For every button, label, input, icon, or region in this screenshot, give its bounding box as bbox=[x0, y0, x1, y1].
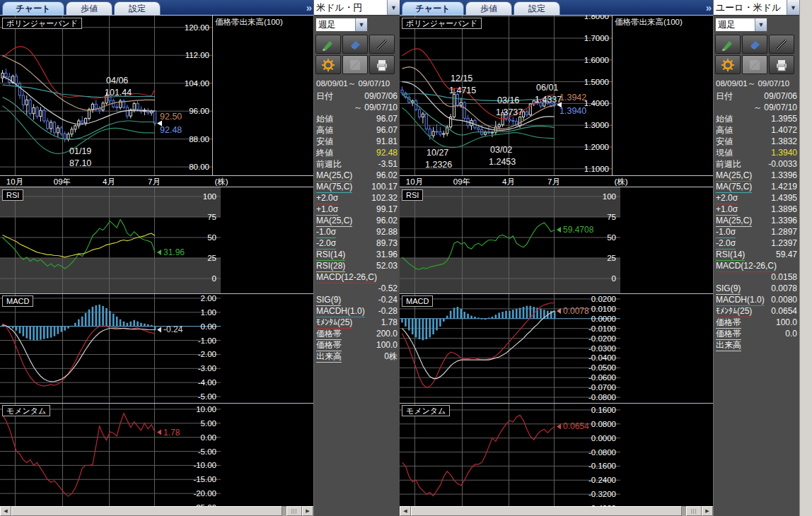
stat-label[interactable]: ﾓﾒﾝﾀﾑ(25) bbox=[316, 317, 352, 329]
y-axis-label: 50 bbox=[607, 233, 616, 242]
settings-button[interactable] bbox=[715, 55, 741, 74]
currency-pair-value: 米ドル・円 bbox=[314, 1, 387, 14]
pane-title: MACD bbox=[402, 295, 433, 307]
stat-label[interactable]: -1.0σ bbox=[716, 227, 736, 238]
stat-row: MA(25,C)96.02 bbox=[314, 170, 400, 182]
tab-settings[interactable]: 設定 bbox=[514, 1, 560, 15]
blank-icon bbox=[748, 58, 762, 72]
stat-label[interactable]: +1.0σ bbox=[716, 204, 738, 216]
scroll-left-button[interactable]: ◀ bbox=[400, 506, 411, 516]
stat-label[interactable]: MACDH(1.0) bbox=[316, 306, 365, 317]
stat-label[interactable]: RSI(14) bbox=[716, 250, 745, 261]
stat-label[interactable]: +2.0σ bbox=[716, 193, 738, 204]
stat-label[interactable]: 出来高 bbox=[716, 340, 741, 351]
stat-value: 100.0 bbox=[776, 317, 797, 328]
stat-row: MACDH(1.0)0.0080 bbox=[714, 295, 799, 306]
stat-label[interactable]: RSI(14) bbox=[316, 250, 345, 261]
stat-label[interactable]: MA(25,C) bbox=[716, 170, 752, 182]
stat-row: +2.0σ1.4395 bbox=[714, 193, 799, 204]
tabbar-usdjpy: チャート 歩値 設定 » bbox=[0, 0, 313, 16]
stat-label[interactable]: MA(25,C) bbox=[316, 216, 352, 227]
fast-forward-icon[interactable]: » bbox=[306, 1, 310, 13]
y-axis-label: -4.00 bbox=[198, 378, 216, 387]
stat-label[interactable]: 出来高 bbox=[316, 351, 342, 363]
tab-chart[interactable]: チャート bbox=[2, 1, 64, 15]
chevron-down-icon[interactable]: ▼ bbox=[787, 0, 799, 15]
horizontal-scrollbar[interactable]: ◀ ||| ▶ bbox=[0, 506, 313, 516]
stat-label[interactable]: RSI(28) bbox=[316, 261, 345, 272]
trendline-button[interactable] bbox=[769, 35, 794, 54]
scroll-left-button[interactable]: ◀ bbox=[0, 506, 11, 516]
y-axis-label: -2.00 bbox=[198, 350, 216, 358]
horizontal-scrollbar[interactable]: ◀ ||| ▶ bbox=[400, 506, 713, 516]
stat-label[interactable]: SIG(9) bbox=[716, 283, 741, 295]
chevron-down-icon[interactable]: ▼ bbox=[755, 18, 767, 31]
chart-pane[interactable]: 2.001.000.00-1.00-2.00-3.00-4.00-5.00-0.… bbox=[0, 293, 313, 403]
eraser-button[interactable] bbox=[342, 35, 368, 54]
period-select[interactable]: 週足 ▼ bbox=[315, 18, 368, 32]
chart-area-eurusd[interactable]: 価格帯出来高(100)1.80001.70001.60001.50001.400… bbox=[400, 16, 713, 506]
chevron-down-icon[interactable]: ▼ bbox=[387, 0, 400, 15]
scroll-right-button[interactable]: ▶ bbox=[702, 506, 713, 516]
stat-label[interactable]: 価格帯 bbox=[716, 317, 741, 329]
scrollbar-grip[interactable]: ||| bbox=[286, 506, 302, 516]
chart-area-usdjpy[interactable]: 価格帯出来高(100)120.00112.00104.0096.0088.008… bbox=[0, 16, 313, 506]
latest-value-marker: 0.0078 bbox=[563, 306, 589, 316]
stat-value: -0.24 bbox=[378, 295, 398, 305]
scrollbar-grip[interactable]: ||| bbox=[686, 506, 702, 516]
draw-pencil-button[interactable] bbox=[315, 35, 341, 54]
stat-label[interactable]: -1.0σ bbox=[316, 227, 336, 238]
stat-label[interactable]: MACDH(1.0) bbox=[716, 295, 765, 306]
chart-pane[interactable]: 100755025031.96RSI bbox=[0, 187, 313, 293]
trendline-button[interactable] bbox=[369, 35, 395, 54]
eraser-button[interactable] bbox=[742, 35, 767, 54]
stat-label: 前週比 bbox=[316, 159, 342, 170]
blank-button[interactable] bbox=[742, 55, 767, 74]
stat-label[interactable]: 価格帯 bbox=[716, 329, 741, 340]
chart-pane[interactable]: 10.005.000.00-5.00-10.00-15.00-20.00-25.… bbox=[0, 403, 313, 506]
print-button[interactable] bbox=[369, 55, 395, 74]
currency-pair-select[interactable]: ユーロ・米ドル ▼ bbox=[714, 0, 799, 16]
chart-pane[interactable]: 0.02000.01000.0000-0.0100-0.0200-0.0300-… bbox=[400, 293, 713, 403]
stat-label[interactable]: MACD(12-26,C) bbox=[716, 261, 777, 272]
chart-pane[interactable]: 価格帯出来高(100)120.00112.00104.0096.0088.008… bbox=[0, 16, 313, 175]
print-button[interactable] bbox=[769, 55, 794, 74]
chart-pane[interactable]: 0.16000.08000.0000-0.0800-0.1600-0.2400-… bbox=[400, 403, 713, 506]
chart-pane[interactable]: 価格帯出来高(100)1.80001.70001.60001.50001.400… bbox=[400, 16, 713, 175]
y-axis-label: -0.0200 bbox=[588, 334, 616, 343]
stat-label[interactable]: SIG(9) bbox=[316, 295, 341, 306]
pane-title: ボリンジャーバンド bbox=[2, 18, 82, 29]
currency-pair-select[interactable]: 米ドル・円 ▼ bbox=[314, 0, 400, 16]
scroll-right-button[interactable]: ▶ bbox=[302, 506, 313, 516]
draw-pencil-button[interactable] bbox=[715, 35, 741, 54]
chart-pane[interactable]: 100755025059.4708RSI bbox=[400, 187, 713, 293]
stat-label[interactable]: MA(25,C) bbox=[716, 216, 752, 227]
chart-annotation: 1.4337 bbox=[535, 95, 562, 105]
tab-chart[interactable]: チャート bbox=[402, 1, 464, 15]
stat-label[interactable]: 価格帯 bbox=[316, 340, 342, 351]
printer-icon bbox=[775, 58, 789, 72]
stat-label[interactable]: +2.0σ bbox=[316, 193, 338, 204]
chevron-down-icon[interactable]: ▼ bbox=[355, 18, 367, 31]
stat-label[interactable]: -2.0σ bbox=[316, 238, 336, 250]
stat-label[interactable]: MACD(12-26,C) bbox=[316, 272, 377, 283]
scrollbar-thumb[interactable] bbox=[11, 506, 282, 516]
stat-label[interactable]: -2.0σ bbox=[716, 238, 736, 250]
stat-label[interactable]: MA(25,C) bbox=[316, 170, 352, 182]
scrollbar-thumb[interactable] bbox=[411, 506, 682, 516]
tab-settings[interactable]: 設定 bbox=[114, 1, 161, 15]
stat-label[interactable]: MA(75,C) bbox=[316, 182, 352, 193]
settings-button[interactable] bbox=[315, 55, 341, 74]
tab-tick[interactable]: 歩値 bbox=[66, 1, 112, 15]
stat-label[interactable]: 価格帯 bbox=[316, 329, 342, 340]
data-panel-usdjpy: 米ドル・円 ▼ 週足 ▼ 08/09/01～ 09/07/10 日付09/07/… bbox=[313, 0, 400, 516]
stat-value: -0.28 bbox=[378, 306, 398, 317]
stat-label[interactable]: +1.0σ bbox=[316, 204, 338, 216]
tab-tick[interactable]: 歩値 bbox=[465, 1, 512, 15]
stat-row: RSI(14)31.96 bbox=[314, 250, 400, 261]
fast-forward-icon[interactable]: » bbox=[706, 1, 709, 13]
stat-label[interactable]: MA(75,C) bbox=[716, 182, 752, 193]
period-select[interactable]: 週足 ▼ bbox=[715, 18, 767, 32]
blank-button[interactable] bbox=[342, 55, 368, 74]
stat-label[interactable]: ﾓﾒﾝﾀﾑ(25) bbox=[716, 306, 752, 317]
